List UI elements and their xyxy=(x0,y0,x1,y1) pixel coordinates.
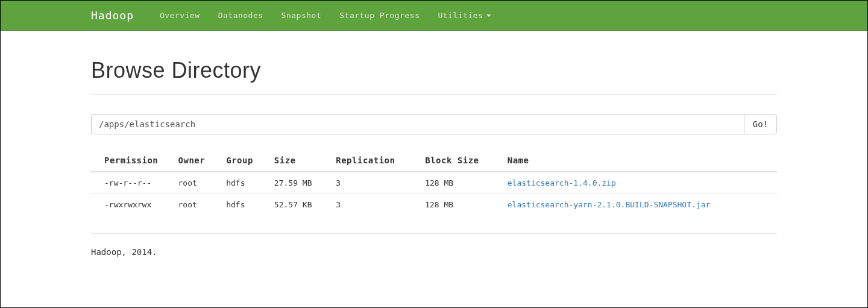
header-replication: Replication xyxy=(331,149,420,172)
navbar: Hadoop Overview Datanodes Snapshot Start… xyxy=(1,1,867,31)
header-name: Name xyxy=(503,149,777,172)
chevron-down-icon xyxy=(486,14,491,17)
directory-table: Permission Owner Group Size Replication … xyxy=(91,149,777,215)
table-row: -rw-r--r-- root hdfs 27.59 MB 3 128 MB e… xyxy=(91,172,777,194)
table-row: -rwxrwxrwx root hdfs 52.57 KB 3 128 MB e… xyxy=(91,194,777,216)
nav-datanodes[interactable]: Datanodes xyxy=(209,1,272,31)
nav-snapshot[interactable]: Snapshot xyxy=(272,1,331,31)
cell-owner: root xyxy=(174,194,222,216)
header-block-size: Block Size xyxy=(420,149,503,172)
title-divider xyxy=(91,94,777,95)
nav-utilities-label: Utilities xyxy=(438,11,483,20)
file-link[interactable]: elasticsearch-yarn-2.1.0.BUILD-SNAPSHOT.… xyxy=(508,200,711,209)
header-size: Size xyxy=(269,149,331,172)
header-group: Group xyxy=(221,149,269,172)
cell-permission: -rwxrwxrwx xyxy=(91,194,174,216)
file-link[interactable]: elasticsearch-1.4.0.zip xyxy=(508,178,616,187)
cell-permission: -rw-r--r-- xyxy=(91,172,174,194)
nav-startup-progress[interactable]: Startup Progress xyxy=(330,1,429,31)
cell-block-size: 128 MB xyxy=(420,172,503,194)
cell-group: hdfs xyxy=(221,194,269,216)
main-container: Browse Directory Go! Permission Owner Gr… xyxy=(1,58,867,257)
header-owner: Owner xyxy=(174,149,222,172)
header-permission: Permission xyxy=(91,149,174,172)
go-button[interactable]: Go! xyxy=(744,114,777,134)
cell-size: 52.57 KB xyxy=(269,194,331,216)
cell-replication: 3 xyxy=(331,172,420,194)
cell-name: elasticsearch-yarn-2.1.0.BUILD-SNAPSHOT.… xyxy=(503,194,777,216)
path-input-group: Go! xyxy=(91,114,777,134)
cell-size: 27.59 MB xyxy=(269,172,331,194)
footer-text: Hadoop, 2014. xyxy=(91,247,777,257)
footer-divider xyxy=(91,233,777,234)
table-header-row: Permission Owner Group Size Replication … xyxy=(91,149,777,172)
nav-utilities[interactable]: Utilities xyxy=(429,1,500,31)
nav-overview[interactable]: Overview xyxy=(151,1,209,31)
cell-name: elasticsearch-1.4.0.zip xyxy=(503,172,777,194)
cell-block-size: 128 MB xyxy=(420,194,503,216)
path-input[interactable] xyxy=(91,114,744,134)
cell-group: hdfs xyxy=(221,172,269,194)
page-title: Browse Directory xyxy=(91,58,777,83)
brand[interactable]: Hadoop xyxy=(91,9,134,22)
cell-owner: root xyxy=(174,172,222,194)
cell-replication: 3 xyxy=(331,194,420,216)
